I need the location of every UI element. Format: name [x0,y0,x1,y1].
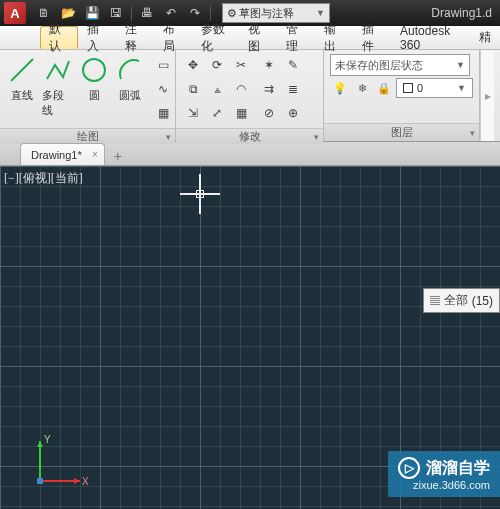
tab-more[interactable]: 精 [470,26,500,49]
panel-layers-label: 图层 [391,125,413,140]
layer-state-combo[interactable]: 未保存的图层状态 ▼ [330,54,470,76]
document-tab[interactable]: Drawing1* × [20,143,105,165]
badge-count: (15) [472,294,493,308]
document-title: Drawing1.d [431,6,496,20]
svg-marker-5 [37,441,43,447]
svg-point-1 [83,59,105,81]
gear-icon: ⚙ [227,7,237,20]
fillet-icon[interactable]: ◠ [230,78,252,100]
tab-output[interactable]: 输出 [315,26,353,49]
panel-layers: 未保存的图层状态 ▼ 💡 ❄ 🔒 0 ▼ 图层 ▾ [324,50,480,141]
arc-tool[interactable]: 圆弧 [114,54,146,103]
tab-annotate[interactable]: 注释 [116,26,154,49]
current-layer-combo[interactable]: 0 ▼ [396,78,473,98]
document-tab-label: Drawing1* [31,149,82,161]
panel-expand-icon[interactable]: ▾ [314,132,319,142]
circle-label: 圆 [89,88,100,103]
panel-layers-title: 图层 ▾ [324,123,479,141]
align-icon[interactable]: ≣ [282,78,304,100]
new-tab-button[interactable]: + [109,147,127,165]
app-logo[interactable]: A [4,2,26,24]
copy-icon[interactable]: ⧉ [182,78,204,100]
tab-insert[interactable]: 插入 [78,26,116,49]
workspace-selector[interactable]: ⚙ 草图与注释 ▼ [222,3,330,23]
svg-rect-6 [37,478,43,484]
document-tabs: Drawing1* × + [0,142,500,166]
break-icon[interactable]: ⊘ [258,102,280,124]
tab-view[interactable]: 视图 [239,26,277,49]
qat-separator [131,5,132,21]
move-icon[interactable]: ✥ [182,54,204,76]
rotate-icon[interactable]: ⟳ [206,54,228,76]
layer-state-label: 未保存的图层状态 [335,58,423,73]
ribbon: 直线 多段线 圆 圆弧 ▭ ∿ ▦ 绘图 ▾ [0,50,500,142]
panel-modify: ✥ ⟳ ✂ ⧉ ⟁ ◠ ⇲ ⤢ ▦ ✶ ✎ ⇉ ≣ ⊘ ⊕ 修改 ▾ [176,50,324,141]
layer-color-swatch [403,83,413,93]
play-icon: ▷ [398,457,420,479]
current-layer-name: 0 [417,82,423,94]
ribbon-overflow[interactable]: ▸ [480,50,494,141]
arc-label: 圆弧 [119,88,141,103]
chevron-down-icon: ▼ [316,8,325,18]
tab-default[interactable]: 默认 [40,26,78,49]
line-label: 直线 [11,88,33,103]
tab-plugins[interactable]: 插件 [353,26,391,49]
stretch-icon[interactable]: ⇲ [182,102,204,124]
join-icon[interactable]: ⊕ [282,102,304,124]
layer-lock-icon[interactable]: 🔒 [374,78,394,98]
tab-parametric[interactable]: 参数化 [192,26,240,49]
svg-line-0 [11,59,33,81]
watermark: ▷ 溜溜自学 zixue.3d66.com [388,451,500,497]
ucs-y-label: Y [44,434,51,445]
hatch-icon[interactable]: ▦ [152,102,174,124]
chevron-down-icon: ▼ [457,83,466,93]
close-icon[interactable]: × [92,149,98,160]
selection-count-badge[interactable]: 全部 (15) [423,288,500,313]
panel-draw-label: 绘图 [77,129,99,144]
grip-icon [430,296,440,305]
panel-modify-label: 修改 [239,129,261,144]
mirror-icon[interactable]: ⟁ [206,78,228,100]
qat-saveas[interactable]: 🖫 [105,3,127,23]
circle-tool[interactable]: 圆 [78,54,110,103]
ribbon-tabs: 默认 插入 注释 布局 参数化 视图 管理 输出 插件 Autodesk 360… [0,26,500,50]
line-tool[interactable]: 直线 [6,54,38,103]
svg-marker-3 [74,478,80,484]
explode-icon[interactable]: ✶ [258,54,280,76]
workspace-label: 草图与注释 [239,6,294,21]
drawing-viewport[interactable]: // placeholder - grid drawn after data b… [0,166,500,509]
scale-icon[interactable]: ⤢ [206,102,228,124]
trim-icon[interactable]: ✂ [230,54,252,76]
polyline-label: 多段线 [42,88,74,118]
watermark-url: zixue.3d66.com [413,479,490,491]
ucs-icon[interactable]: X Y [30,431,90,491]
watermark-brand: 溜溜自学 [426,458,490,479]
view-controls-label[interactable]: [−][俯视][当前] [4,170,83,187]
panel-expand-icon[interactable]: ▾ [166,132,171,142]
panel-modify-title: 修改 ▾ [176,128,323,144]
spline-icon[interactable]: ∿ [152,78,174,100]
ucs-x-label: X [82,476,89,487]
tab-manage[interactable]: 管理 [277,26,315,49]
tab-autodesk360[interactable]: Autodesk 360 [391,26,470,49]
offset-icon[interactable]: ⇉ [258,78,280,100]
array-icon[interactable]: ▦ [230,102,252,124]
polyline-tool[interactable]: 多段线 [42,54,74,118]
panel-draw: 直线 多段线 圆 圆弧 ▭ ∿ ▦ 绘图 ▾ [0,50,176,141]
panel-draw-title: 绘图 ▾ [0,128,175,144]
panel-expand-icon[interactable]: ▾ [470,128,475,138]
erase-icon[interactable]: ✎ [282,54,304,76]
qat-separator [210,5,211,21]
layer-freeze-icon[interactable]: ❄ [352,78,372,98]
layer-on-icon[interactable]: 💡 [330,78,350,98]
tab-layout[interactable]: 布局 [154,26,192,49]
rect-icon[interactable]: ▭ [152,54,174,76]
badge-label: 全部 [444,292,468,309]
chevron-down-icon: ▼ [456,60,465,70]
